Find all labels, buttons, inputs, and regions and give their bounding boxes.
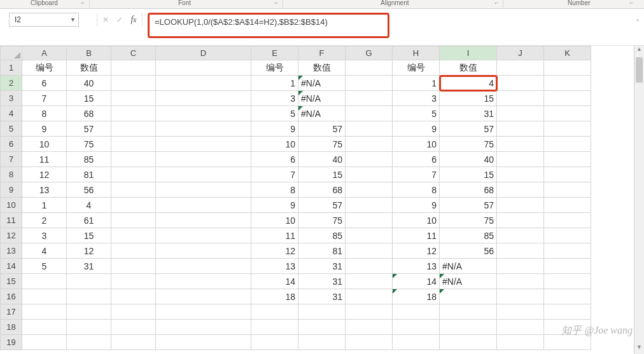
cell-I5[interactable]: 57: [440, 121, 497, 137]
cell-D9[interactable]: [156, 182, 251, 198]
cell-A15[interactable]: [22, 274, 67, 289]
row-header-8[interactable]: 8: [1, 167, 22, 182]
name-box[interactable]: I2 ▼: [9, 13, 79, 27]
cell-C10[interactable]: [111, 198, 156, 213]
cell-K8[interactable]: [544, 167, 591, 182]
cell-D3[interactable]: [156, 91, 251, 106]
spreadsheet-grid[interactable]: ABCDEFGHIJK 1编号数值编号数值编号数值26401#N/A143715…: [0, 46, 591, 350]
cell-B18[interactable]: [67, 320, 111, 335]
cell-G8[interactable]: [346, 167, 393, 182]
cell-F19[interactable]: [298, 335, 346, 350]
cell-C1[interactable]: [111, 60, 156, 76]
cell-B1[interactable]: 数值: [67, 60, 111, 76]
cell-J11[interactable]: [497, 213, 544, 228]
cell-E4[interactable]: 5: [251, 106, 298, 121]
cell-D2[interactable]: [156, 76, 251, 91]
cell-E5[interactable]: 9: [251, 121, 298, 137]
col-header-I[interactable]: I: [440, 46, 497, 60]
col-header-G[interactable]: G: [346, 46, 393, 60]
scroll-thumb[interactable]: [636, 57, 643, 83]
cell-B7[interactable]: 85: [67, 152, 111, 167]
vertical-scrollbar[interactable]: ▲ ▼: [634, 46, 644, 354]
cell-I15[interactable]: #N/A: [440, 274, 497, 289]
cell-G10[interactable]: [346, 198, 393, 213]
cell-I6[interactable]: 75: [440, 137, 497, 152]
cell-E19[interactable]: [251, 335, 298, 350]
cell-I16[interactable]: [440, 289, 497, 304]
cell-I14[interactable]: #N/A: [440, 259, 497, 274]
cell-C15[interactable]: [111, 274, 156, 289]
cell-C12[interactable]: [111, 228, 156, 243]
cell-A19[interactable]: [22, 335, 67, 350]
cell-A16[interactable]: [22, 289, 67, 304]
row-header-18[interactable]: 18: [1, 320, 22, 335]
cell-E18[interactable]: [251, 320, 298, 335]
cell-B6[interactable]: 75: [67, 137, 111, 152]
cell-H8[interactable]: 7: [393, 167, 440, 182]
cell-K16[interactable]: [544, 289, 591, 304]
select-all-corner[interactable]: [1, 46, 22, 60]
cell-H10[interactable]: 9: [393, 198, 440, 213]
cell-H9[interactable]: 8: [393, 182, 440, 198]
cell-A9[interactable]: 13: [22, 182, 67, 198]
cell-E7[interactable]: 6: [251, 152, 298, 167]
cell-E6[interactable]: 10: [251, 137, 298, 152]
font-launcher-icon[interactable]: ⌐: [275, 0, 278, 6]
cell-C14[interactable]: [111, 259, 156, 274]
cell-E17[interactable]: [251, 304, 298, 320]
cell-A11[interactable]: 2: [22, 213, 67, 228]
cell-B8[interactable]: 81: [67, 167, 111, 182]
chevron-down-icon[interactable]: ▼: [70, 17, 76, 23]
cell-I2[interactable]: 4: [440, 76, 497, 91]
cell-H6[interactable]: 10: [393, 137, 440, 152]
cell-A13[interactable]: 4: [22, 243, 67, 259]
cell-F5[interactable]: 57: [298, 121, 346, 137]
cell-G6[interactable]: [346, 137, 393, 152]
cell-H5[interactable]: 9: [393, 121, 440, 137]
cell-B14[interactable]: 31: [67, 259, 111, 274]
cell-H19[interactable]: [393, 335, 440, 350]
cell-B19[interactable]: [67, 335, 111, 350]
cell-F14[interactable]: 31: [298, 259, 346, 274]
cell-H3[interactable]: 3: [393, 91, 440, 106]
cell-G1[interactable]: [346, 60, 393, 76]
cell-E10[interactable]: 9: [251, 198, 298, 213]
cell-J3[interactable]: [497, 91, 544, 106]
cell-I3[interactable]: 15: [440, 91, 497, 106]
cell-G11[interactable]: [346, 213, 393, 228]
cell-K9[interactable]: [544, 182, 591, 198]
cell-J8[interactable]: [497, 167, 544, 182]
cell-F12[interactable]: 85: [298, 228, 346, 243]
cell-I1[interactable]: 数值: [440, 60, 497, 76]
cell-F13[interactable]: 81: [298, 243, 346, 259]
cell-I18[interactable]: [440, 320, 497, 335]
cell-E14[interactable]: 13: [251, 259, 298, 274]
cell-D11[interactable]: [156, 213, 251, 228]
cell-E9[interactable]: 8: [251, 182, 298, 198]
cell-J12[interactable]: [497, 228, 544, 243]
cell-H11[interactable]: 10: [393, 213, 440, 228]
formula-cancel-button[interactable]: ✕: [99, 13, 113, 26]
col-header-F[interactable]: F: [298, 46, 346, 60]
cell-G16[interactable]: [346, 289, 393, 304]
cell-E2[interactable]: 1: [251, 76, 298, 91]
cell-A18[interactable]: [22, 320, 67, 335]
cell-C3[interactable]: [111, 91, 156, 106]
col-header-H[interactable]: H: [393, 46, 440, 60]
cell-I11[interactable]: 75: [440, 213, 497, 228]
cell-D6[interactable]: [156, 137, 251, 152]
cell-J4[interactable]: [497, 106, 544, 121]
cell-K3[interactable]: [544, 91, 591, 106]
cell-I9[interactable]: 68: [440, 182, 497, 198]
cell-H1[interactable]: 编号: [393, 60, 440, 76]
cell-D14[interactable]: [156, 259, 251, 274]
cell-F7[interactable]: 40: [298, 152, 346, 167]
cell-H12[interactable]: 11: [393, 228, 440, 243]
cell-E16[interactable]: 18: [251, 289, 298, 304]
row-header-17[interactable]: 17: [1, 304, 22, 320]
cell-E12[interactable]: 11: [251, 228, 298, 243]
cell-I17[interactable]: [440, 304, 497, 320]
row-header-3[interactable]: 3: [1, 91, 22, 106]
cell-K13[interactable]: [544, 243, 591, 259]
cell-J17[interactable]: [497, 304, 544, 320]
